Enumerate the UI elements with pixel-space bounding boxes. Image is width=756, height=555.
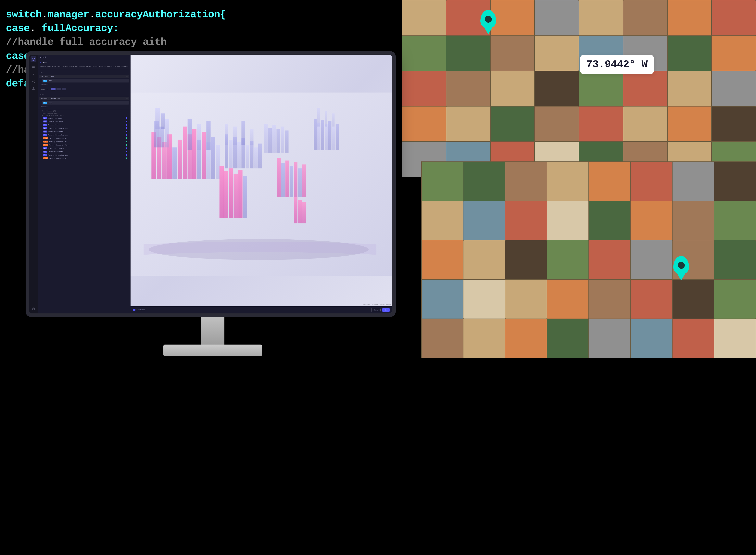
- code-line-1: switch.manager.accuracyAuthorization{: [6, 8, 128, 22]
- time-columns-header[interactable]: Time Columns (0) ⌄: [42, 112, 129, 114]
- columns-toggle-left[interactable]: Columns › ⓘ: [39, 83, 129, 86]
- nav-icon-export[interactable]: [31, 85, 36, 91]
- svg-rect-43: [246, 145, 250, 169]
- column-list-item[interactable]: int State FIPS Code: [42, 117, 129, 120]
- col-name: Poverty Estimate, ...: [48, 131, 125, 132]
- join-type-outer[interactable]: [56, 88, 61, 90]
- column-list-item[interactable]: real Poverty Percent, Al...: [42, 143, 129, 146]
- right-column-row[interactable]: str Name: [42, 101, 129, 104]
- col-dot-indicator: [126, 131, 127, 132]
- nav-icon-globe-bottom[interactable]: [31, 306, 36, 312]
- left-column-row[interactable]: str NAME: [42, 79, 129, 83]
- column-list-item[interactable]: int Poverty Estimate, ...: [42, 130, 129, 133]
- aerial-cell: [712, 36, 756, 71]
- svg-rect-48: [233, 127, 237, 145]
- monitor-frame: ◂ Back ⊕ Join Combine rows from two data…: [26, 51, 396, 317]
- svg-rect-58: [281, 163, 285, 197]
- col-name: Poverty Percent, Al...: [49, 144, 125, 146]
- aerial-cell: [712, 0, 756, 35]
- column-list-item[interactable]: real Poverty Percent, Al...: [42, 140, 129, 143]
- svg-rect-63: [302, 164, 306, 197]
- attribute-columns-header[interactable]: Attribute Columns (34) ⌄: [42, 114, 129, 116]
- svg-marker-84: [133, 309, 135, 311]
- column-list-item[interactable]: int Poverty Estimate, ...: [42, 133, 129, 136]
- aerial-cell: [402, 0, 446, 35]
- aerial-cell: [579, 0, 623, 35]
- cancel-button[interactable]: Cancel: [371, 308, 381, 312]
- svg-point-7: [34, 81, 35, 81]
- aerial-cell: [712, 106, 756, 141]
- run-button[interactable]: Run: [382, 308, 390, 312]
- col-type-badge: int: [43, 127, 47, 129]
- svg-rect-75: [325, 111, 327, 127]
- map-attribution: © Unfolded | © Mapbox | © OpenStreetMap: [363, 304, 391, 305]
- aerial-cell: [402, 36, 446, 71]
- svg-line-10: [33, 81, 34, 82]
- column-list-item[interactable]: int Poverty Estimate, ...: [42, 127, 129, 130]
- svg-rect-67: [314, 119, 317, 150]
- map-area[interactable]: © Unfolded | © Mapbox | © OpenStreetMap …: [131, 55, 392, 313]
- aerial-cell: [491, 36, 535, 71]
- col-type-badge: int: [43, 151, 47, 153]
- back-button[interactable]: ◂ Back: [40, 56, 46, 58]
- col-dot-indicator: [126, 117, 127, 119]
- nav-icon-publish[interactable]: [31, 72, 36, 78]
- svg-rect-59: [285, 161, 289, 197]
- svg-rect-55: [238, 170, 242, 218]
- svg-rect-57: [277, 158, 281, 197]
- panel-content[interactable]: ◂ Back ⊕ Join Combine rows from two data…: [38, 55, 131, 313]
- geo-columns-label: Geo Columns (0): [42, 110, 56, 112]
- aerial-cell: [535, 71, 579, 106]
- column-list-item[interactable]: int Poverty Estimate, ...: [42, 147, 129, 150]
- right-dataset-name: income_estimates.csv: [41, 98, 60, 99]
- coordinate-badge: 73.9442° W: [580, 55, 654, 74]
- join-type-cross[interactable]: [62, 88, 66, 90]
- aerial-cell: [402, 106, 446, 141]
- aerial-cell: [668, 36, 712, 71]
- right-dataset-row[interactable]: income_estimates.csv ⚙: [39, 97, 129, 100]
- svg-rect-54: [234, 174, 238, 218]
- right-col-type-badge: str: [43, 102, 47, 104]
- svg-rect-33: [211, 137, 215, 179]
- left-dataset-row[interactable]: US_Country.csv ⚙: [39, 75, 129, 78]
- svg-rect-49: [241, 121, 245, 145]
- column-list-item[interactable]: int Postal Code: [42, 123, 129, 126]
- geo-columns-header[interactable]: Geo Columns (0) ⌄: [42, 110, 129, 112]
- svg-rect-82: [285, 131, 288, 153]
- monitor-neck: [201, 317, 224, 348]
- join-type-inner[interactable]: [51, 88, 55, 90]
- column-list-item[interactable]: int Poverty Estimate, ...: [42, 150, 129, 153]
- col-dot-indicator: [126, 127, 127, 129]
- monitor-screen: ◂ Back ⊕ Join Combine rows from two data…: [29, 55, 392, 313]
- svg-rect-52: [224, 171, 228, 218]
- column-list-item[interactable]: int County FIPS Code: [42, 120, 129, 123]
- svg-rect-72: [332, 127, 335, 150]
- column-list-item[interactable]: real Poverty Percent, Al...: [42, 137, 129, 140]
- aerial-photo-top: [402, 0, 756, 177]
- svg-rect-80: [277, 129, 280, 153]
- svg-rect-44: [250, 141, 254, 169]
- usa-3d-svg: [131, 55, 392, 313]
- columns-toggle-right[interactable]: Columns › ⓘ: [39, 105, 129, 108]
- left-dataset-name: US_Country.csv: [41, 76, 54, 77]
- nav-icon-layers[interactable]: [31, 64, 36, 70]
- column-list-item[interactable]: real Poverty Percent, A...: [42, 157, 129, 160]
- svg-point-8: [32, 81, 33, 82]
- svg-rect-12: [32, 89, 35, 90]
- nav-icon-globe[interactable]: [31, 56, 36, 62]
- svg-rect-50: [250, 129, 254, 145]
- col-type-badge: int: [43, 134, 47, 136]
- aerial-cell: [623, 0, 667, 35]
- nav-icon-share[interactable]: [31, 79, 36, 85]
- svg-rect-6: [32, 76, 35, 76]
- svg-rect-66: [302, 202, 306, 223]
- col-dot-indicator: [126, 121, 127, 122]
- col-dot-indicator: [126, 144, 127, 146]
- aerial-cell: [535, 36, 579, 71]
- column-list-item[interactable]: int Poverty Estimate, ...: [42, 154, 129, 157]
- sidebar-nav: ◂ Back ⊕ Join Combine rows from two data…: [29, 55, 131, 313]
- attribute-columns-label: Attribute Columns (34): [42, 114, 62, 116]
- col-dot-indicator: [126, 151, 127, 153]
- svg-rect-5: [32, 67, 35, 68]
- join-type-row: Join Type: [39, 87, 129, 91]
